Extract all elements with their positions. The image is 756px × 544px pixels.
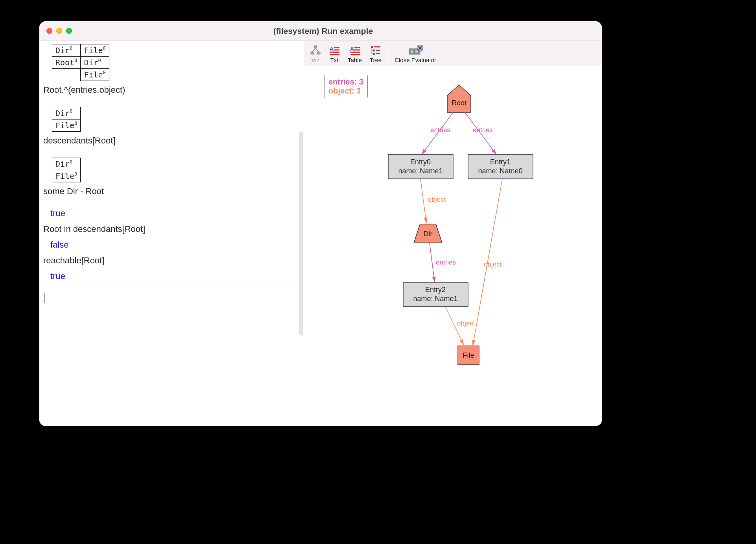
close-evaluator-icon [408,44,423,57]
splitter-handle[interactable] [299,131,303,336]
edge-label: object [428,196,446,203]
close-evaluator-button[interactable]: Close Evaluator [391,41,440,66]
svg-text:Root: Root [452,99,467,107]
viz-toolbar: Viz A Txt A Table [304,41,602,66]
pane-splitter[interactable] [299,41,304,426]
cell: Root0 [52,57,81,69]
table-button[interactable]: A Table [344,41,366,66]
result-block-1: Dir0 File0 Root0 Dir0 File0 Root.^(entri… [43,44,295,95]
node-entry0[interactable]: Entry0 name: Name1 [388,154,453,179]
btn-label: Tree [370,57,382,63]
node-file[interactable]: File [458,346,479,365]
node-entry2[interactable]: Entry2 name: Name1 [403,282,468,307]
expression: descendants[Root] [43,136,295,146]
expression: some Dir - Root [43,186,295,197]
result-table-2: Dir0 File0 [52,107,81,132]
node-dir[interactable]: Dir [414,224,442,243]
edge-label: entries [473,126,493,134]
svg-rect-4 [317,52,320,54]
svg-text:Entry1: Entry1 [490,158,511,166]
result-bool: true [50,208,295,219]
result-block-2: Dir0 File0 descendants[Root] [43,107,295,146]
cell: File0 [81,69,109,81]
text-cursor [44,293,44,303]
table-icon: A [349,44,360,57]
svg-text:name: Name1: name: Name1 [413,295,457,303]
graph-canvas[interactable]: entries: 3 object: 3 [304,66,602,426]
svg-rect-26 [415,50,418,53]
svg-line-1 [312,48,315,52]
edge-label: object [484,261,502,268]
svg-rect-3 [311,52,313,54]
svg-text:A: A [330,46,334,52]
svg-text:Entry0: Entry0 [410,158,431,166]
edge-label: entries [436,259,456,266]
cell: Dir0 [52,158,81,170]
node-entry1[interactable]: Entry1 name: Name0 [468,154,533,179]
btn-label: Table [348,57,362,63]
app-window: (filesystem) Run example Dir0 File0 Root… [39,21,602,426]
svg-rect-15 [371,46,373,48]
cell: File0 [81,44,109,57]
edge-label: object [457,320,475,327]
window-title: (filesystem) Run example [44,26,602,36]
evaluator-input[interactable] [43,287,295,305]
expression: Root in descendants[Root] [43,224,295,234]
viz-button[interactable]: Viz [306,41,325,66]
svg-text:name: Name0: name: Name0 [478,167,522,175]
expression: Root.^(entries.object) [43,85,295,95]
result-block-3: Dir0 File0 some Dir - Root [43,158,295,197]
btn-label: Viz [312,57,320,63]
evaluator-pane[interactable]: Dir0 File0 Root0 Dir0 File0 Root.^(entri… [39,41,299,426]
toolbar-separator [388,44,388,62]
result-bool: false [50,240,295,250]
cell: Dir0 [52,44,81,57]
graph-edge [430,243,435,282]
expression: reachable[Root] [43,255,295,266]
result-bool: true [50,271,295,281]
tree-button[interactable]: Tree [366,41,385,66]
svg-text:Entry2: Entry2 [425,286,446,294]
visualizer-pane: Viz A Txt A Table [304,41,602,426]
edge-label: entries [430,126,450,134]
btn-label: Txt [330,57,339,63]
instance-graph: Root entries entries Entry0 name: Name1 [304,66,602,420]
txt-button[interactable]: A Txt [325,41,344,66]
svg-text:A: A [350,46,354,52]
node-root[interactable]: Root [447,85,471,112]
cell: File0 [52,170,81,182]
svg-text:Dir: Dir [424,230,433,238]
svg-rect-17 [373,50,375,51]
svg-text:File: File [463,351,474,359]
cell: File0 [52,119,81,132]
graph-edge [420,179,426,223]
cell: Dir0 [52,107,81,119]
titlebar[interactable]: (filesystem) Run example [39,21,602,41]
result-table-3: Dir0 File0 [52,158,81,182]
tree-icon [370,44,381,57]
svg-line-2 [315,48,319,52]
svg-rect-25 [411,50,413,53]
text-icon: A [329,44,340,57]
result-table-1: Dir0 File0 Root0 Dir0 File0 [52,44,109,81]
graph-icon [310,44,321,57]
svg-rect-19 [373,53,375,55]
svg-text:name: Name1: name: Name1 [398,167,443,175]
btn-label: Close Evaluator [395,57,436,63]
svg-rect-0 [314,46,317,48]
cell: Dir0 [81,57,109,69]
